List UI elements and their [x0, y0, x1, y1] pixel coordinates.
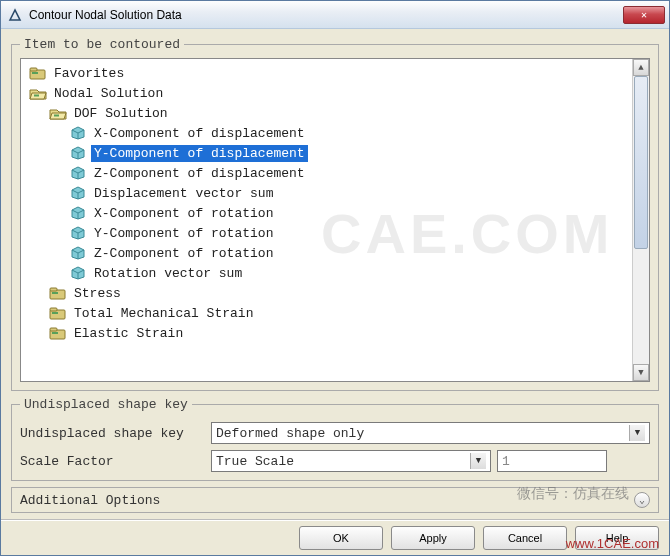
- result-cube-icon: [69, 206, 87, 220]
- tree-item-label: Stress: [71, 285, 124, 302]
- shape-key-value: Deformed shape only: [216, 426, 364, 441]
- dialog-window: Contour Nodal Solution Data ✕ Item to be…: [0, 0, 670, 556]
- tree-leaf[interactable]: Y-Component of displacement: [25, 143, 632, 163]
- cancel-button[interactable]: Cancel: [483, 526, 567, 550]
- tree-folder[interactable]: Total Mechanical Strain: [25, 303, 632, 323]
- tree-leaf[interactable]: Rotation vector sum: [25, 263, 632, 283]
- tree-leaf[interactable]: Displacement vector sum: [25, 183, 632, 203]
- help-button[interactable]: Help: [575, 526, 659, 550]
- svg-rect-9: [50, 308, 57, 311]
- ok-button[interactable]: OK: [299, 526, 383, 550]
- content-area: Item to be contoured FavoritesNodal Solu…: [1, 29, 669, 519]
- svg-rect-4: [54, 115, 59, 117]
- shape-key-row: Undisplaced shape key Deformed shape onl…: [20, 422, 650, 444]
- tree-leaf[interactable]: Y-Component of rotation: [25, 223, 632, 243]
- svg-rect-2: [32, 72, 38, 74]
- result-cube-icon: [69, 186, 87, 200]
- apply-button[interactable]: Apply: [391, 526, 475, 550]
- app-icon: [7, 7, 23, 23]
- tree-folder[interactable]: DOF Solution: [25, 103, 632, 123]
- button-bar: OK Apply Cancel Help: [1, 519, 669, 555]
- undisplaced-shape-group: Undisplaced shape key Undisplaced shape …: [11, 397, 659, 481]
- tree-item-label: Z-Component of displacement: [91, 165, 308, 182]
- folder-icon: [49, 286, 67, 300]
- tree-leaf[interactable]: Z-Component of rotation: [25, 243, 632, 263]
- chevron-down-icon: ▼: [629, 425, 645, 441]
- tree-item-label: Z-Component of rotation: [91, 245, 276, 262]
- scale-factor-input[interactable]: 1: [497, 450, 607, 472]
- close-button[interactable]: ✕: [623, 6, 665, 24]
- svg-rect-3: [34, 95, 39, 97]
- tree-item-label: DOF Solution: [71, 105, 171, 122]
- tree-container: FavoritesNodal SolutionDOF SolutionX-Com…: [20, 58, 650, 382]
- chevron-down-icon: ▼: [470, 453, 486, 469]
- result-cube-icon: [69, 266, 87, 280]
- item-contoured-legend: Item to be contoured: [20, 37, 184, 52]
- result-cube-icon: [69, 226, 87, 240]
- scale-factor-number: 1: [502, 454, 510, 469]
- folder-icon: [49, 306, 67, 320]
- tree-leaf[interactable]: X-Component of displacement: [25, 123, 632, 143]
- svg-rect-12: [50, 328, 57, 331]
- tree-item-label: Nodal Solution: [51, 85, 166, 102]
- folder-open-icon: [49, 106, 67, 120]
- window-title: Contour Nodal Solution Data: [29, 8, 182, 22]
- additional-options-bar[interactable]: Additional Options ⌄: [11, 487, 659, 513]
- tree-item-label: Rotation vector sum: [91, 265, 245, 282]
- tree-item-label: Favorites: [51, 65, 127, 82]
- scale-factor-value: True Scale: [216, 454, 294, 469]
- svg-rect-10: [52, 312, 58, 314]
- scroll-up-button[interactable]: ▲: [633, 59, 649, 76]
- item-contoured-group: Item to be contoured FavoritesNodal Solu…: [11, 37, 659, 391]
- tree-item-label: Displacement vector sum: [91, 185, 276, 202]
- tree-item-label: Y-Component of displacement: [91, 145, 308, 162]
- scale-factor-row: Scale Factor True Scale ▼ 1: [20, 450, 650, 472]
- svg-rect-6: [50, 288, 57, 291]
- folder-icon: [29, 66, 47, 80]
- shape-key-combo[interactable]: Deformed shape only ▼: [211, 422, 650, 444]
- folder-open-icon: [29, 86, 47, 100]
- vertical-scrollbar[interactable]: ▲ ▼: [632, 59, 649, 381]
- tree-item-label: X-Component of displacement: [91, 125, 308, 142]
- result-cube-icon: [69, 146, 87, 160]
- results-tree[interactable]: FavoritesNodal SolutionDOF SolutionX-Com…: [21, 59, 632, 381]
- folder-icon: [49, 326, 67, 340]
- tree-folder[interactable]: Nodal Solution: [25, 83, 632, 103]
- scroll-track[interactable]: [633, 76, 649, 364]
- tree-folder[interactable]: Elastic Strain: [25, 323, 632, 343]
- result-cube-icon: [69, 246, 87, 260]
- scroll-down-button[interactable]: ▼: [633, 364, 649, 381]
- undisplaced-shape-legend: Undisplaced shape key: [20, 397, 192, 412]
- svg-rect-7: [52, 292, 58, 294]
- tree-leaf[interactable]: X-Component of rotation: [25, 203, 632, 223]
- expand-down-icon: ⌄: [634, 492, 650, 508]
- shape-key-label: Undisplaced shape key: [20, 426, 205, 441]
- scale-factor-combo[interactable]: True Scale ▼: [211, 450, 491, 472]
- tree-item-label: Y-Component of rotation: [91, 225, 276, 242]
- tree-item-label: Total Mechanical Strain: [71, 305, 256, 322]
- svg-rect-13: [52, 332, 58, 334]
- title-bar[interactable]: Contour Nodal Solution Data ✕: [1, 1, 669, 29]
- scroll-thumb[interactable]: [634, 76, 648, 249]
- tree-folder[interactable]: Favorites: [25, 63, 632, 83]
- tree-item-label: Elastic Strain: [71, 325, 186, 342]
- result-cube-icon: [69, 166, 87, 180]
- close-icon: ✕: [641, 9, 647, 21]
- svg-rect-1: [30, 68, 37, 71]
- tree-folder[interactable]: Stress: [25, 283, 632, 303]
- tree-leaf[interactable]: Z-Component of displacement: [25, 163, 632, 183]
- result-cube-icon: [69, 126, 87, 140]
- tree-item-label: X-Component of rotation: [91, 205, 276, 222]
- additional-options-label: Additional Options: [20, 493, 160, 508]
- scale-factor-label: Scale Factor: [20, 454, 205, 469]
